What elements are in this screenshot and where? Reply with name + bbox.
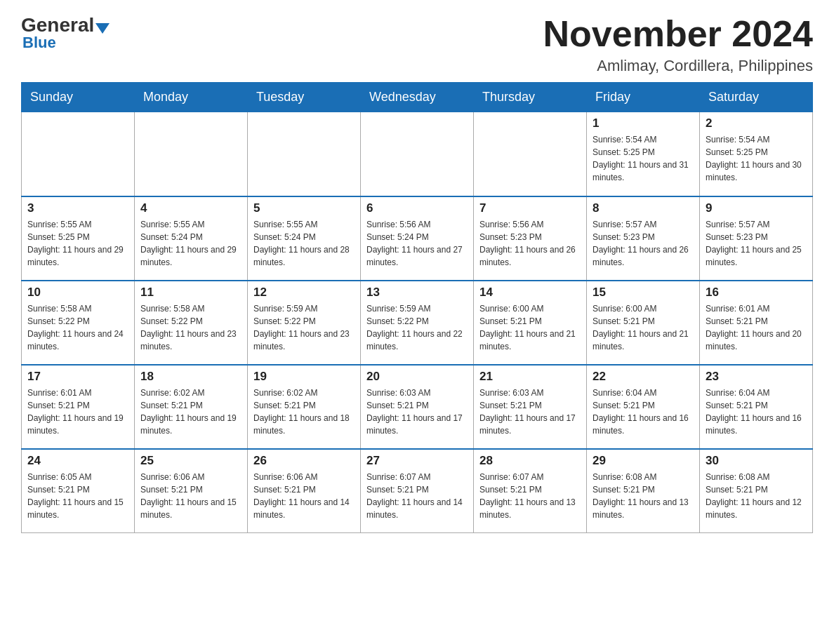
day-number: 5 xyxy=(253,201,355,215)
day-number: 6 xyxy=(366,201,468,215)
calendar-header-row: SundayMondayTuesdayWednesdayThursdayFrid… xyxy=(22,83,813,112)
day-info: Sunrise: 6:08 AM Sunset: 5:21 PM Dayligh… xyxy=(706,471,807,521)
day-number: 7 xyxy=(479,201,581,215)
day-info: Sunrise: 6:03 AM Sunset: 5:21 PM Dayligh… xyxy=(479,387,581,437)
calendar-cell xyxy=(474,112,587,196)
calendar-cell xyxy=(22,112,135,196)
day-number: 13 xyxy=(366,286,468,300)
calendar-cell: 11Sunrise: 5:58 AM Sunset: 5:22 PM Dayli… xyxy=(135,281,248,365)
calendar-cell: 2Sunrise: 5:54 AM Sunset: 5:25 PM Daylig… xyxy=(700,112,813,196)
weekday-header: Friday xyxy=(587,83,700,112)
calendar-cell: 21Sunrise: 6:03 AM Sunset: 5:21 PM Dayli… xyxy=(474,365,587,449)
day-number: 19 xyxy=(253,370,355,384)
day-info: Sunrise: 6:03 AM Sunset: 5:21 PM Dayligh… xyxy=(366,387,468,437)
day-number: 27 xyxy=(366,454,468,468)
day-info: Sunrise: 5:55 AM Sunset: 5:24 PM Dayligh… xyxy=(140,218,241,269)
day-number: 23 xyxy=(706,370,807,384)
calendar-week-row: 10Sunrise: 5:58 AM Sunset: 5:22 PM Dayli… xyxy=(22,281,813,365)
calendar-cell: 29Sunrise: 6:08 AM Sunset: 5:21 PM Dayli… xyxy=(587,449,700,533)
day-info: Sunrise: 6:04 AM Sunset: 5:21 PM Dayligh… xyxy=(593,387,694,437)
day-number: 24 xyxy=(27,454,128,468)
day-number: 3 xyxy=(27,201,128,215)
weekday-header: Monday xyxy=(135,83,248,112)
day-info: Sunrise: 5:57 AM Sunset: 5:23 PM Dayligh… xyxy=(593,218,694,269)
calendar-cell: 5Sunrise: 5:55 AM Sunset: 5:24 PM Daylig… xyxy=(248,196,361,281)
calendar-cell: 28Sunrise: 6:07 AM Sunset: 5:21 PM Dayli… xyxy=(474,449,587,533)
calendar-cell: 4Sunrise: 5:55 AM Sunset: 5:24 PM Daylig… xyxy=(135,196,248,281)
day-info: Sunrise: 5:56 AM Sunset: 5:24 PM Dayligh… xyxy=(366,218,468,269)
logo-blue-text: Blue xyxy=(22,34,56,52)
weekday-header: Wednesday xyxy=(361,83,474,112)
calendar-cell: 22Sunrise: 6:04 AM Sunset: 5:21 PM Dayli… xyxy=(587,365,700,449)
calendar-cell: 24Sunrise: 6:05 AM Sunset: 5:21 PM Dayli… xyxy=(22,449,135,533)
day-number: 14 xyxy=(479,286,581,300)
weekday-header: Sunday xyxy=(22,83,135,112)
day-info: Sunrise: 6:02 AM Sunset: 5:21 PM Dayligh… xyxy=(140,387,241,437)
day-number: 22 xyxy=(593,370,694,384)
calendar-week-row: 17Sunrise: 6:01 AM Sunset: 5:21 PM Dayli… xyxy=(22,365,813,449)
calendar-cell: 23Sunrise: 6:04 AM Sunset: 5:21 PM Dayli… xyxy=(700,365,813,449)
calendar-cell: 26Sunrise: 6:06 AM Sunset: 5:21 PM Dayli… xyxy=(248,449,361,533)
calendar-cell: 19Sunrise: 6:02 AM Sunset: 5:21 PM Dayli… xyxy=(248,365,361,449)
calendar-cell: 3Sunrise: 5:55 AM Sunset: 5:25 PM Daylig… xyxy=(22,196,135,281)
day-info: Sunrise: 5:58 AM Sunset: 5:22 PM Dayligh… xyxy=(140,302,241,353)
day-info: Sunrise: 6:07 AM Sunset: 5:21 PM Dayligh… xyxy=(479,471,581,521)
day-info: Sunrise: 6:01 AM Sunset: 5:21 PM Dayligh… xyxy=(706,302,807,353)
day-info: Sunrise: 5:59 AM Sunset: 5:22 PM Dayligh… xyxy=(366,302,468,353)
weekday-header: Thursday xyxy=(474,83,587,112)
calendar-cell: 8Sunrise: 5:57 AM Sunset: 5:23 PM Daylig… xyxy=(587,196,700,281)
calendar-cell: 30Sunrise: 6:08 AM Sunset: 5:21 PM Dayli… xyxy=(700,449,813,533)
day-number: 29 xyxy=(593,454,694,468)
day-info: Sunrise: 5:59 AM Sunset: 5:22 PM Dayligh… xyxy=(253,302,355,353)
day-number: 9 xyxy=(706,201,807,215)
calendar-cell: 27Sunrise: 6:07 AM Sunset: 5:21 PM Dayli… xyxy=(361,449,474,533)
day-number: 10 xyxy=(27,286,128,300)
page-header: General Blue November 2024 Amlimay, Cord… xyxy=(21,14,813,75)
day-number: 4 xyxy=(140,201,241,215)
day-info: Sunrise: 5:57 AM Sunset: 5:23 PM Dayligh… xyxy=(706,218,807,269)
calendar-cell: 6Sunrise: 5:56 AM Sunset: 5:24 PM Daylig… xyxy=(361,196,474,281)
day-number: 20 xyxy=(366,370,468,384)
day-info: Sunrise: 5:56 AM Sunset: 5:23 PM Dayligh… xyxy=(479,218,581,269)
day-number: 1 xyxy=(593,116,694,130)
day-number: 2 xyxy=(706,116,807,130)
calendar-cell: 17Sunrise: 6:01 AM Sunset: 5:21 PM Dayli… xyxy=(22,365,135,449)
day-info: Sunrise: 6:06 AM Sunset: 5:21 PM Dayligh… xyxy=(140,471,241,521)
calendar-cell xyxy=(248,112,361,196)
day-info: Sunrise: 5:55 AM Sunset: 5:25 PM Dayligh… xyxy=(27,218,128,269)
calendar-cell: 13Sunrise: 5:59 AM Sunset: 5:22 PM Dayli… xyxy=(361,281,474,365)
day-number: 16 xyxy=(706,286,807,300)
day-info: Sunrise: 6:05 AM Sunset: 5:21 PM Dayligh… xyxy=(27,471,128,521)
day-number: 25 xyxy=(140,454,241,468)
logo: General Blue xyxy=(21,14,111,52)
calendar-cell: 9Sunrise: 5:57 AM Sunset: 5:23 PM Daylig… xyxy=(700,196,813,281)
calendar-week-row: 3Sunrise: 5:55 AM Sunset: 5:25 PM Daylig… xyxy=(22,196,813,281)
location-title: Amlimay, Cordillera, Philippines xyxy=(543,57,813,75)
calendar-cell: 7Sunrise: 5:56 AM Sunset: 5:23 PM Daylig… xyxy=(474,196,587,281)
day-number: 15 xyxy=(593,286,694,300)
day-info: Sunrise: 5:54 AM Sunset: 5:25 PM Dayligh… xyxy=(593,133,694,184)
calendar-cell: 12Sunrise: 5:59 AM Sunset: 5:22 PM Dayli… xyxy=(248,281,361,365)
day-number: 21 xyxy=(479,370,581,384)
day-info: Sunrise: 6:08 AM Sunset: 5:21 PM Dayligh… xyxy=(593,471,694,521)
calendar-cell: 25Sunrise: 6:06 AM Sunset: 5:21 PM Dayli… xyxy=(135,449,248,533)
day-info: Sunrise: 6:01 AM Sunset: 5:21 PM Dayligh… xyxy=(27,387,128,437)
calendar-table: SundayMondayTuesdayWednesdayThursdayFrid… xyxy=(21,82,813,533)
calendar-cell: 18Sunrise: 6:02 AM Sunset: 5:21 PM Dayli… xyxy=(135,365,248,449)
calendar-cell: 10Sunrise: 5:58 AM Sunset: 5:22 PM Dayli… xyxy=(22,281,135,365)
calendar-cell xyxy=(135,112,248,196)
day-number: 11 xyxy=(140,286,241,300)
day-number: 12 xyxy=(253,286,355,300)
day-info: Sunrise: 6:04 AM Sunset: 5:21 PM Dayligh… xyxy=(706,387,807,437)
weekday-header: Tuesday xyxy=(248,83,361,112)
day-info: Sunrise: 6:00 AM Sunset: 5:21 PM Dayligh… xyxy=(593,302,694,353)
day-info: Sunrise: 6:06 AM Sunset: 5:21 PM Dayligh… xyxy=(253,471,355,521)
day-info: Sunrise: 5:58 AM Sunset: 5:22 PM Dayligh… xyxy=(27,302,128,353)
day-info: Sunrise: 6:00 AM Sunset: 5:21 PM Dayligh… xyxy=(479,302,581,353)
calendar-cell: 20Sunrise: 6:03 AM Sunset: 5:21 PM Dayli… xyxy=(361,365,474,449)
day-number: 30 xyxy=(706,454,807,468)
day-number: 18 xyxy=(140,370,241,384)
calendar-week-row: 24Sunrise: 6:05 AM Sunset: 5:21 PM Dayli… xyxy=(22,449,813,533)
day-number: 26 xyxy=(253,454,355,468)
day-number: 17 xyxy=(27,370,128,384)
